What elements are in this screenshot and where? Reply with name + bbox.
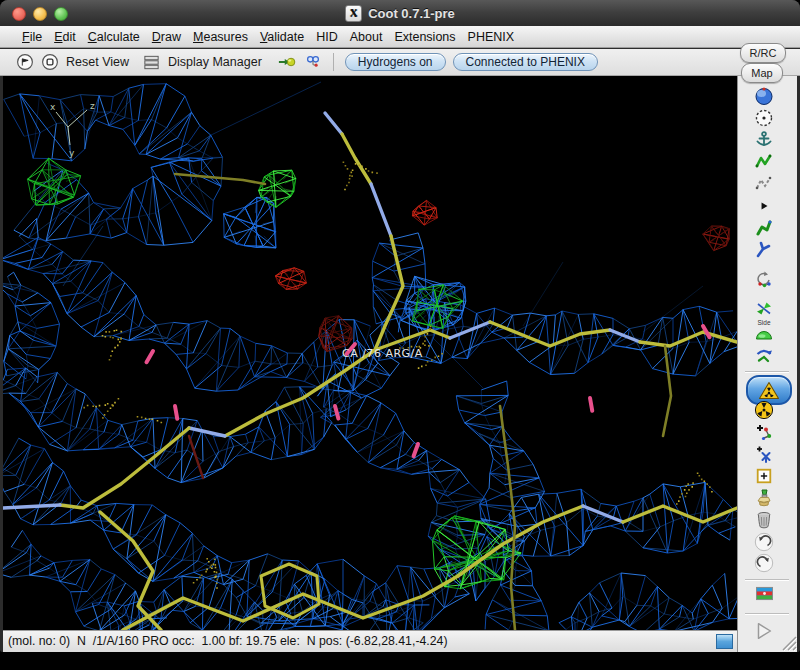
side-chain-flip-icon[interactable]: Side	[750, 321, 778, 343]
density-scene: xzyCA /76 ARG/A	[3, 76, 737, 630]
rrc-button[interactable]: R/RC	[740, 43, 786, 63]
menu-item-about[interactable]: About	[344, 30, 389, 44]
window-title-text: Coot 0.7.1-pre	[368, 6, 455, 21]
flag-icon[interactable]	[750, 582, 778, 604]
rotate-translate-zone-icon[interactable]	[750, 173, 778, 195]
paintbrush-icon[interactable]	[750, 487, 778, 509]
molecular-viewport[interactable]: xzyCA /76 ARG/A	[3, 76, 737, 630]
status-bar: (mol. no: 0) N /1/A/160 PRO occ: 1.00 bf…	[3, 630, 737, 652]
menu-item-phenix[interactable]: PHENIX	[462, 30, 521, 44]
side-toolbar-separator	[745, 579, 789, 580]
menu-item-extensions[interactable]: Extensions	[388, 30, 461, 44]
menu-item-edit[interactable]: Edit	[48, 30, 82, 44]
title-bar[interactable]: X Coot 0.7.1-pre	[0, 0, 800, 27]
svg-text:z: z	[90, 101, 95, 111]
side-toolbar-separator	[745, 371, 789, 372]
backbone-flip-icon[interactable]	[750, 344, 778, 366]
view-sphere-icon[interactable]	[750, 85, 778, 107]
reset-origin-icon[interactable]	[41, 53, 59, 71]
recentre-dashed-circle-icon[interactable]	[750, 107, 778, 129]
side-toolbar-separator	[745, 613, 789, 614]
undo-icon[interactable]	[750, 531, 778, 553]
auto-fit-rotamer-icon[interactable]	[750, 217, 778, 239]
rigid-body-fit-icon[interactable]	[750, 151, 778, 173]
edit-chi-angles-icon[interactable]	[750, 268, 778, 290]
fixed-atoms-anchor-icon[interactable]	[750, 129, 778, 151]
x11-icon: X	[345, 5, 362, 22]
display-manager-button[interactable]: Display Manager	[168, 55, 262, 69]
add-terminal-residue-icon[interactable]	[750, 443, 778, 465]
reset-view-button[interactable]: Reset View	[66, 55, 129, 69]
delete-trash-icon[interactable]	[750, 509, 778, 531]
display-manager-icon[interactable]	[142, 53, 161, 72]
main-toolbar: Reset View Display Manager Hydrogens on …	[0, 49, 800, 76]
previous-view-icon[interactable]	[16, 53, 34, 71]
status-scale-widget[interactable]	[716, 634, 733, 649]
hydrogens-toggle-button[interactable]: Hydrogens on	[345, 53, 446, 71]
menu-item-measures[interactable]: Measures	[187, 30, 254, 44]
menu-item-validate[interactable]: Validate	[254, 30, 310, 44]
menu-item-draw[interactable]: Draw	[146, 30, 187, 44]
coot-window: X Coot 0.7.1-pre FileEditCalculateDrawMe…	[0, 0, 800, 652]
window-title: X Coot 0.7.1-pre	[0, 0, 800, 26]
side-toolbar: Side	[737, 76, 797, 652]
menu-item-file[interactable]: File	[16, 30, 48, 44]
radiation-icon[interactable]	[750, 399, 778, 421]
add-atom-icon[interactable]	[750, 421, 778, 443]
molecule-icon[interactable]	[304, 53, 322, 71]
menu-item-hid[interactable]: HID	[310, 30, 344, 44]
run-script-play-icon[interactable]	[750, 620, 778, 642]
flip-peptide-icon[interactable]	[750, 298, 778, 320]
phenix-connection-button[interactable]: Connected to PHENIX	[453, 53, 598, 71]
toolbar-separator	[333, 53, 334, 71]
rotamers-icon[interactable]	[750, 239, 778, 261]
svg-text:y: y	[69, 148, 75, 158]
redo-icon[interactable]	[750, 552, 778, 574]
add-residue-box-icon[interactable]	[750, 465, 778, 487]
map-button[interactable]: Map	[741, 63, 783, 83]
menu-item-calculate[interactable]: Calculate	[82, 30, 146, 44]
resize-grip[interactable]	[780, 635, 798, 652]
menu-bar: FileEditCalculateDrawMeasuresValidateHID…	[0, 26, 800, 48]
svg-text:x: x	[50, 102, 56, 112]
go-to-atom-icon[interactable]	[277, 53, 297, 71]
more-tools-triangle-icon[interactable]	[750, 195, 778, 217]
residue-label: CA /76 ARG/A	[342, 347, 423, 360]
status-text: (mol. no: 0) N /1/A/160 PRO occ: 1.00 bf…	[8, 634, 448, 648]
